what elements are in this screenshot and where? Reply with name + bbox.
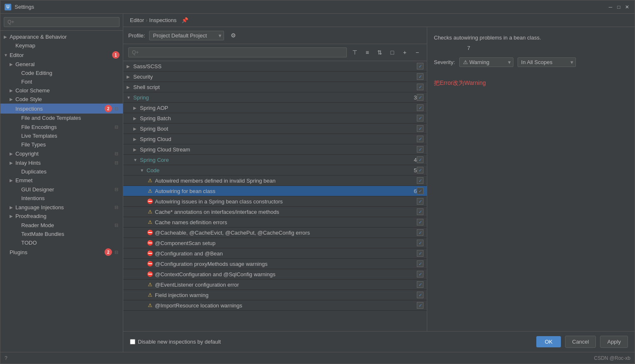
checkbox[interactable]: ✓ [417,292,423,298]
sidebar-item-inspections[interactable]: Inspections 2 ⊟ [0,104,123,114]
disable-inspections-checkbox[interactable] [130,339,135,344]
checkbox[interactable]: ✓ [417,125,423,132]
row-label: @ComponentScan setup [155,240,417,246]
insp-row-field-injection[interactable]: ⚠ Field injection warning ✓ [123,290,427,300]
insp-row-cacheable[interactable]: ⛔ @Cacheable, @CacheEvict, @CachePut, @C… [123,228,427,238]
checkbox[interactable]: ✓ [417,271,423,277]
row-label: @Configuration and @Bean [155,250,417,257]
sidebar-item-proofreading[interactable]: ▶ Proofreading [0,212,123,220]
sidebar-item-font[interactable]: Font [0,77,123,86]
insp-row-spring-core[interactable]: ▼ Spring Core 4 ✓ [123,155,427,165]
maximize-button[interactable]: □ [615,4,622,10]
sidebar-item-intentions[interactable]: Intentions [0,194,123,203]
pin-icon[interactable]: 📌 [182,17,188,23]
insp-row-spring-aop[interactable]: ▶ Spring AOP ✓ [123,103,427,113]
sidebar-item-general[interactable]: ▶ General [0,60,123,69]
insp-row-code[interactable]: ▼ Code 5 ✓ [123,165,427,176]
checkbox[interactable]: ✓ [417,146,423,153]
sidebar-item-label: Code Style [15,96,120,102]
checkbox[interactable]: ✓ [417,208,423,215]
severity-select[interactable]: ⚠ Warning ⛔ Error ℹ Info [459,57,513,67]
checkbox[interactable]: ✓ [417,229,423,236]
sidebar-item-gui-designer[interactable]: GUI Designer ⊟ [0,185,123,194]
remove-button[interactable]: − [413,48,422,57]
insp-row-spring-cloud-stream[interactable]: ▶ Spring Cloud Stream ✓ [123,144,427,155]
insp-row-spring-batch[interactable]: ▶ Spring Batch ✓ [123,113,427,124]
insp-row-config-bean[interactable]: ⛔ @Configuration and @Bean ✓ [123,248,427,259]
inspections-search-input[interactable] [128,47,347,57]
sidebar-item-file-code-templates[interactable]: File and Code Templates [0,114,123,122]
insp-row-autowiring-bean[interactable]: ⚠ Autowiring for bean class 6 ✓ [123,186,427,196]
checkbox[interactable]: ✓ [417,250,423,257]
add-button[interactable]: + [400,48,409,57]
insp-row-context-config[interactable]: ⛔ @ContextConfiguration and @SqlConfig w… [123,269,427,280]
sidebar-item-emmet[interactable]: ▶ Emmet [0,176,123,185]
sidebar-item-textmate[interactable]: TextMate Bundles [0,230,123,238]
checkbox[interactable]: ✓ [417,281,423,288]
insp-row-security[interactable]: ▶ Security ✓ [123,72,427,82]
expand-all-button[interactable]: ≡ [363,48,372,57]
checkbox[interactable]: ✓ [417,188,423,194]
disable-label: Disable new inspections by default [138,339,221,345]
insp-row-shell[interactable]: ▶ Shell script ✓ [123,82,427,92]
insp-row-sass[interactable]: ▶ Sass/SCSS ✓ [123,61,427,72]
ok-button[interactable]: OK [536,336,561,347]
checkbox[interactable]: ✓ [417,115,423,121]
sidebar-item-duplicates[interactable]: Duplicates [0,167,123,176]
gear-button[interactable]: ⚙ [228,30,238,40]
arrow-icon: ▶ [133,137,140,141]
sidebar-item-file-types[interactable]: File Types [0,140,123,149]
insp-row-cache-annotations[interactable]: ⚠ Cache* annotations on interfaces/inter… [123,207,427,217]
checkbox[interactable]: ✓ [417,198,423,205]
insp-row-spring-cloud[interactable]: ▶ Spring Cloud ✓ [123,134,427,144]
checkbox[interactable]: ✓ [417,63,423,69]
sidebar-item-plugins[interactable]: Plugins 2 ⊟ [0,247,123,257]
close-button[interactable]: ✕ [624,4,630,10]
checkbox[interactable]: ✓ [417,219,423,225]
insp-row-autowired-invalid[interactable]: ⚠ Autowired members defined in invalid S… [123,176,427,186]
sidebar-item-keymap[interactable]: Keymap [0,41,123,50]
apply-button[interactable]: Apply [600,336,628,348]
insp-row-event-listener[interactable]: ⚠ @EventListener configuration error ✓ [123,280,427,290]
sidebar-item-todo[interactable]: TODO [0,238,123,247]
insp-row-component-scan[interactable]: ⛔ @ComponentScan setup ✓ [123,238,427,248]
checkbox[interactable]: ✓ [417,240,423,246]
checkbox[interactable]: ✓ [417,177,423,184]
minimize-button[interactable]: ─ [607,4,614,10]
checkbox[interactable]: ✓ [417,260,423,267]
sidebar-item-live-templates[interactable]: Live Templates [0,131,123,140]
insp-row-import-resource[interactable]: ⚠ @ImportResource location warnings ✓ [123,300,427,311]
checkbox[interactable]: ✓ [417,156,423,163]
checkbox[interactable]: ✓ [417,94,423,101]
sidebar-item-appearance[interactable]: ▶ Appearance & Behavior [0,32,123,41]
sidebar-item-reader-mode[interactable]: Reader Mode ⊟ [0,220,123,230]
checkbox[interactable]: ✓ [417,136,423,142]
sidebar-item-code-editing[interactable]: Code Editing [0,69,123,77]
checkbox[interactable]: ✓ [417,104,423,111]
sidebar-item-code-style[interactable]: ▶ Code Style [0,95,123,104]
checkbox[interactable]: ✓ [417,167,423,173]
checkbox[interactable]: ✓ [417,302,423,309]
sidebar-item-language-injections[interactable]: ▶ Language Injections ⊟ [0,203,123,212]
sidebar-search-input[interactable] [4,17,120,27]
checkbox[interactable]: ✓ [417,84,423,90]
cancel-button[interactable]: Cancel [565,336,596,348]
collapse-all-button[interactable]: ⇅ [375,48,384,57]
sidebar-item-inlay-hints[interactable]: ▶ Inlay Hints ⊟ [0,158,123,167]
checkbox[interactable]: ✓ [417,73,423,80]
sidebar-item-copyright[interactable]: ▶ Copyright ⊟ [0,149,123,158]
help-icon[interactable]: ? [5,355,7,361]
error-icon: ⛔ [147,250,153,257]
insp-row-cache-names[interactable]: ⚠ Cache names definition errors ✓ [123,217,427,228]
square-button[interactable]: □ [388,48,397,57]
insp-row-autowiring-issues[interactable]: ⛔ Autowiring issues in a Spring bean cla… [123,196,427,207]
filter-button[interactable]: ⊤ [350,48,359,57]
insp-row-spring-boot[interactable]: ▶ Spring Boot ✓ [123,124,427,134]
insp-row-config-proxy[interactable]: ⛔ @Configuration proxyMethods usage warn… [123,259,427,269]
sidebar-item-file-encodings[interactable]: File Encodings ⊟ [0,122,123,131]
sidebar-item-editor[interactable]: ▼ Editor 1 [0,50,123,60]
sidebar-item-color-scheme[interactable]: ▶ Color Scheme [0,86,123,95]
insp-row-spring[interactable]: ▼ Spring 3 ✓ [123,92,427,103]
scope-select[interactable]: In All Scopes [518,57,576,67]
profile-select[interactable]: Project Default Project [149,31,224,40]
